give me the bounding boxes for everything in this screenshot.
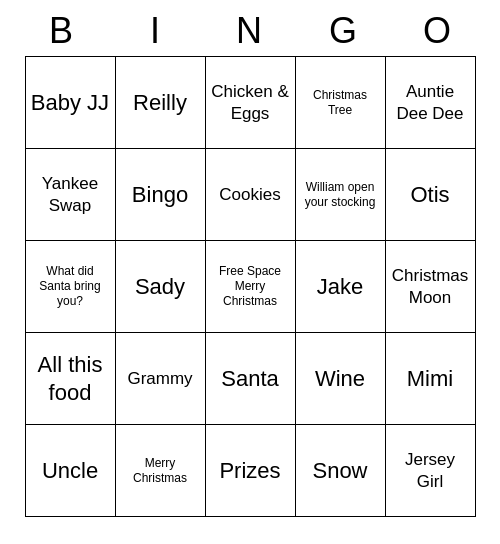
bingo-cell: Prizes bbox=[206, 425, 296, 517]
bingo-cell: Jersey Girl bbox=[386, 425, 476, 517]
bingo-cell: Reilly bbox=[116, 57, 206, 149]
cell-text: Prizes bbox=[219, 457, 280, 485]
bingo-header: BINGO bbox=[15, 10, 485, 52]
cell-text: Bingo bbox=[132, 181, 188, 209]
cell-text: Wine bbox=[315, 365, 365, 393]
bingo-cell: What did Santa bring you? bbox=[26, 241, 116, 333]
cell-text: Santa bbox=[221, 365, 279, 393]
bingo-cell: Cookies bbox=[206, 149, 296, 241]
bingo-cell: Grammy bbox=[116, 333, 206, 425]
cell-text: Jersey Girl bbox=[390, 449, 471, 492]
bingo-cell: Baby JJ bbox=[26, 57, 116, 149]
bingo-cell: William open your stocking bbox=[296, 149, 386, 241]
header-letter: N bbox=[205, 10, 295, 52]
header-letter: G bbox=[299, 10, 389, 52]
bingo-cell: Jake bbox=[296, 241, 386, 333]
cell-text: Reilly bbox=[133, 89, 187, 117]
bingo-cell: Chicken & Eggs bbox=[206, 57, 296, 149]
cell-text: Auntie Dee Dee bbox=[390, 81, 471, 124]
bingo-cell: Christmas Tree bbox=[296, 57, 386, 149]
bingo-cell: Sady bbox=[116, 241, 206, 333]
cell-text: Snow bbox=[312, 457, 367, 485]
bingo-cell: Wine bbox=[296, 333, 386, 425]
cell-text: Sady bbox=[135, 273, 185, 301]
bingo-grid: Baby JJReillyChicken & EggsChristmas Tre… bbox=[25, 56, 476, 517]
header-letter: I bbox=[111, 10, 201, 52]
free-space-top: Free Space bbox=[219, 264, 281, 279]
bingo-cell: Christmas Moon bbox=[386, 241, 476, 333]
cell-text: Grammy bbox=[127, 368, 192, 389]
bingo-cell: Free SpaceMerry Christmas bbox=[206, 241, 296, 333]
header-letter: O bbox=[393, 10, 483, 52]
cell-text: What did Santa bring you? bbox=[30, 264, 111, 309]
cell-text: Jake bbox=[317, 273, 363, 301]
cell-text: Cookies bbox=[219, 184, 280, 205]
bingo-cell: Snow bbox=[296, 425, 386, 517]
cell-text: Christmas Tree bbox=[300, 88, 381, 118]
bingo-cell: Otis bbox=[386, 149, 476, 241]
cell-text: Chicken & Eggs bbox=[210, 81, 291, 124]
cell-text: Uncle bbox=[42, 457, 98, 485]
bingo-cell: Bingo bbox=[116, 149, 206, 241]
header-letter: B bbox=[17, 10, 107, 52]
cell-text: Otis bbox=[410, 181, 449, 209]
bingo-cell: Uncle bbox=[26, 425, 116, 517]
bingo-cell: All this food bbox=[26, 333, 116, 425]
bingo-cell: Merry Christmas bbox=[116, 425, 206, 517]
free-space-bottom: Merry Christmas bbox=[210, 279, 291, 309]
cell-text: All this food bbox=[30, 351, 111, 406]
cell-text: Yankee Swap bbox=[30, 173, 111, 216]
bingo-cell: Yankee Swap bbox=[26, 149, 116, 241]
cell-text: Merry Christmas bbox=[120, 456, 201, 486]
cell-text: Christmas Moon bbox=[390, 265, 471, 308]
cell-text: Mimi bbox=[407, 365, 453, 393]
bingo-cell: Santa bbox=[206, 333, 296, 425]
bingo-cell: Auntie Dee Dee bbox=[386, 57, 476, 149]
bingo-cell: Mimi bbox=[386, 333, 476, 425]
cell-text: Baby JJ bbox=[31, 89, 109, 117]
cell-text: William open your stocking bbox=[300, 180, 381, 210]
